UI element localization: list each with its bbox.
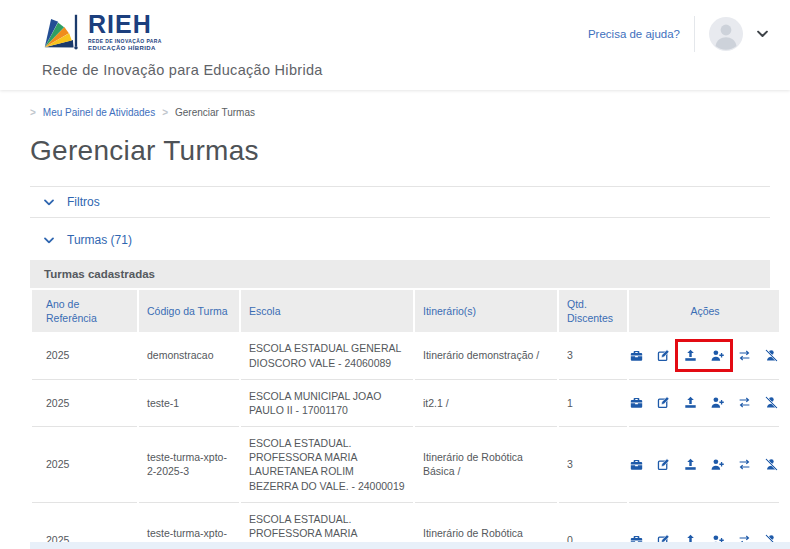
upload-icon[interactable] bbox=[684, 458, 697, 471]
cell-qtd-discentes: 3 bbox=[559, 427, 627, 503]
cell-escola: ESCOLA MUNICIPAL JOAO PAULO II - 1700117… bbox=[241, 380, 413, 427]
main-content: > Meu Painel de Atividades > Gerenciar T… bbox=[0, 107, 790, 549]
edit-icon[interactable] bbox=[657, 349, 670, 362]
turmas-table: Ano de Referência Código da Turma Escola… bbox=[30, 290, 781, 549]
user-slash-icon[interactable] bbox=[765, 458, 778, 471]
cell-itinerario: it2.1 / bbox=[415, 380, 557, 427]
user-plus-icon[interactable] bbox=[711, 349, 724, 362]
help-link[interactable]: Precisa de ajuda? bbox=[588, 28, 680, 40]
edit-icon[interactable] bbox=[657, 396, 670, 409]
user-menu-chevron-down-icon[interactable] bbox=[757, 30, 768, 38]
cell-qtd-discentes: 1 bbox=[559, 380, 627, 427]
logo-acronym: RIEH bbox=[88, 12, 162, 37]
col-header-acoes: Ações bbox=[629, 290, 779, 332]
briefcase-icon[interactable] bbox=[630, 458, 643, 471]
cell-escola: ESCOLA ESTADUAL. PROFESSORA MARIA LAURET… bbox=[241, 427, 413, 503]
site-subtitle: Rede de Inovação para Educação Hibrida bbox=[42, 62, 323, 78]
table-header-row: Ano de Referência Código da Turma Escola… bbox=[32, 290, 779, 332]
cell-itinerario: Itinerário demonstração / bbox=[415, 332, 557, 379]
cell-ano: 2025 bbox=[32, 427, 137, 503]
breadcrumb-chevron-icon: > bbox=[30, 107, 36, 118]
logo-tagline-2: EDUCAÇÃO HÍBRIDA bbox=[88, 45, 162, 51]
cell-acoes bbox=[629, 332, 779, 379]
app-header: RIEH REDE DE INOVAÇÃO PARA EDUCAÇÃO HÍBR… bbox=[0, 0, 790, 90]
col-header-escola: Escola bbox=[241, 290, 413, 332]
user-plus-icon[interactable] bbox=[711, 396, 724, 409]
logo-tagline-1: REDE DE INOVAÇÃO PARA bbox=[88, 39, 162, 44]
cell-escola: ESCOLA ESTADUAL GENERAL DIOSCORO VALE - … bbox=[241, 332, 413, 379]
table-row: 2025 teste-1 ESCOLA MUNICIPAL JOAO PAULO… bbox=[32, 380, 779, 427]
user-slash-icon[interactable] bbox=[765, 349, 778, 362]
header-divider bbox=[694, 16, 695, 52]
cell-acoes bbox=[629, 380, 779, 427]
cell-itinerario: Itinerário de Robótica Básica / bbox=[415, 427, 557, 503]
cell-ano: 2025 bbox=[32, 332, 137, 379]
user-avatar[interactable] bbox=[709, 17, 743, 51]
cell-qtd-discentes: 3 bbox=[559, 332, 627, 379]
rieh-logo[interactable]: RIEH REDE DE INOVAÇÃO PARA EDUCAÇÃO HÍBR… bbox=[38, 10, 162, 56]
bottom-strip bbox=[30, 542, 790, 549]
breadcrumb-current: Gerenciar Turmas bbox=[175, 107, 255, 118]
table-row: 2025 demonstracao ESCOLA ESTADUAL GENERA… bbox=[32, 332, 779, 379]
breadcrumb: > Meu Painel de Atividades > Gerenciar T… bbox=[30, 107, 770, 118]
table-caption: Turmas cadastradas bbox=[30, 260, 770, 288]
cell-codigo: demonstracao bbox=[139, 332, 239, 379]
rieh-logo-icon bbox=[38, 10, 84, 56]
exchange-icon[interactable] bbox=[738, 349, 751, 362]
user-slash-icon[interactable] bbox=[765, 396, 778, 409]
upload-icon[interactable] bbox=[684, 349, 697, 362]
col-header-codigo: Código da Turma bbox=[139, 290, 239, 332]
col-header-ano: Ano de Referência bbox=[32, 290, 137, 332]
filters-label: Filtros bbox=[67, 195, 100, 209]
header-right-cluster: Precisa de ajuda? bbox=[588, 16, 768, 52]
highlight-red-box bbox=[675, 339, 733, 372]
page-title: Gerenciar Turmas bbox=[30, 135, 770, 167]
upload-icon[interactable] bbox=[684, 396, 697, 409]
filters-accordion[interactable]: Filtros bbox=[30, 186, 770, 218]
user-plus-icon[interactable] bbox=[711, 458, 724, 471]
exchange-icon[interactable] bbox=[738, 396, 751, 409]
briefcase-icon[interactable] bbox=[630, 396, 643, 409]
cell-codigo: teste-1 bbox=[139, 380, 239, 427]
breadcrumb-chevron-icon: > bbox=[162, 107, 168, 118]
table-row: 2025 teste-turma-xpto-2-2025-3 ESCOLA ES… bbox=[32, 427, 779, 503]
briefcase-icon[interactable] bbox=[630, 349, 643, 362]
breadcrumb-link-painel[interactable]: Meu Painel de Atividades bbox=[43, 107, 155, 118]
turmas-accordion[interactable]: Turmas (71) bbox=[30, 225, 770, 255]
col-header-itinerario: Itinerário(s) bbox=[415, 290, 557, 332]
cell-acoes bbox=[629, 427, 779, 503]
exchange-icon[interactable] bbox=[738, 458, 751, 471]
cell-codigo: teste-turma-xpto-2-2025-3 bbox=[139, 427, 239, 503]
col-header-qtd: Qtd. Discentes bbox=[559, 290, 627, 332]
cell-ano: 2025 bbox=[32, 380, 137, 427]
turmas-label: Turmas (71) bbox=[67, 233, 132, 247]
rieh-logo-text: RIEH REDE DE INOVAÇÃO PARA EDUCAÇÃO HÍBR… bbox=[88, 10, 162, 51]
edit-icon[interactable] bbox=[657, 458, 670, 471]
